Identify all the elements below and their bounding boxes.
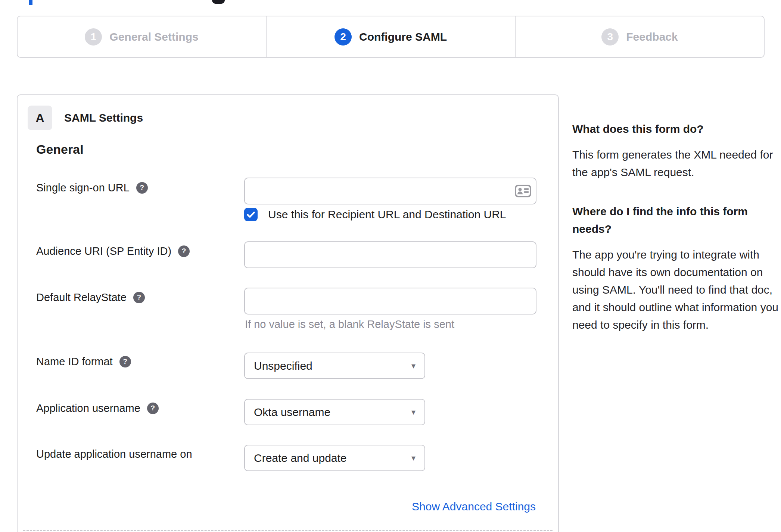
recipient-url-checkbox[interactable]: [244, 208, 258, 221]
name-id-format-value: Unspecified: [254, 360, 312, 372]
clipped-title-fragment: [29, 0, 32, 5]
app-username-label-row: Application username ?: [36, 401, 159, 416]
section-a-badge: A: [28, 106, 52, 130]
sidebar-heading-where: Where do I find the info this form needs…: [572, 203, 781, 238]
app-username-label: Application username: [36, 402, 140, 414]
step-label: Feedback: [626, 31, 678, 43]
dashed-divider: [23, 530, 553, 531]
chevron-down-icon: ▾: [411, 453, 416, 463]
step-number-badge: 3: [601, 28, 619, 46]
step-label: General Settings: [109, 31, 198, 43]
step-feedback[interactable]: 3 Feedback: [516, 16, 764, 57]
audience-uri-label: Audience URI (SP Entity ID): [36, 245, 171, 257]
show-advanced-settings-link[interactable]: Show Advanced Settings: [412, 500, 536, 513]
relaystate-hint: If no value is set, a blank RelayState i…: [245, 318, 454, 331]
name-id-format-select[interactable]: Unspecified ▾: [244, 353, 425, 379]
sidebar-body-what: This form generates the XML needed for t…: [572, 146, 781, 181]
help-icon[interactable]: ?: [133, 292, 145, 303]
contact-card-icon[interactable]: [515, 185, 531, 197]
name-id-format-label-row: Name ID format ?: [36, 354, 131, 369]
step-number-badge: 1: [85, 28, 102, 46]
help-icon[interactable]: ?: [136, 182, 148, 194]
panel-title: SAML Settings: [64, 112, 143, 124]
update-username-label-row: Update application username on: [36, 447, 192, 461]
help-icon[interactable]: ?: [178, 245, 190, 257]
step-general-settings[interactable]: 1 General Settings: [18, 16, 267, 57]
step-label: Configure SAML: [359, 31, 447, 43]
help-icon[interactable]: ?: [119, 356, 131, 367]
sidebar-heading-what: What does this form do?: [572, 120, 781, 138]
relaystate-input[interactable]: [244, 288, 536, 314]
update-username-select[interactable]: Create and update ▾: [244, 445, 425, 471]
help-sidebar: What does this form do? This form genera…: [572, 120, 781, 355]
recipient-url-checkbox-row: Use this for Recipient URL and Destinati…: [244, 208, 506, 221]
sidebar-body-where: The app you're trying to integrate with …: [572, 246, 781, 334]
clipped-logo-fragment: [212, 0, 225, 4]
app-username-select[interactable]: Okta username ▾: [244, 399, 425, 425]
app-username-value: Okta username: [254, 406, 330, 419]
step-configure-saml[interactable]: 2 Configure SAML: [267, 16, 516, 57]
audience-uri-label-row: Audience URI (SP Entity ID) ?: [36, 244, 190, 259]
wizard-stepper: 1 General Settings 2 Configure SAML 3 Fe…: [17, 16, 765, 58]
help-icon[interactable]: ?: [147, 403, 159, 414]
recipient-url-checkbox-label: Use this for Recipient URL and Destinati…: [268, 208, 506, 221]
checkmark-icon: [246, 210, 256, 219]
sso-url-label-row: Single sign-on URL ?: [36, 180, 148, 195]
sso-url-input[interactable]: [244, 178, 536, 204]
name-id-format-label: Name ID format: [36, 356, 113, 368]
chevron-down-icon: ▾: [411, 407, 416, 417]
audience-uri-input[interactable]: [244, 241, 536, 268]
sso-url-label: Single sign-on URL: [36, 182, 130, 194]
relaystate-label: Default RelayState: [36, 291, 127, 304]
step-number-badge: 2: [335, 28, 352, 46]
panel-header: A SAML Settings: [28, 106, 143, 130]
relaystate-label-row: Default RelayState ?: [36, 290, 145, 305]
general-group-title: General: [36, 142, 84, 157]
saml-settings-panel: A SAML Settings General Single sign-on U…: [17, 94, 559, 532]
update-username-value: Create and update: [254, 452, 347, 464]
update-username-label: Update application username on: [36, 448, 192, 460]
chevron-down-icon: ▾: [411, 361, 416, 371]
